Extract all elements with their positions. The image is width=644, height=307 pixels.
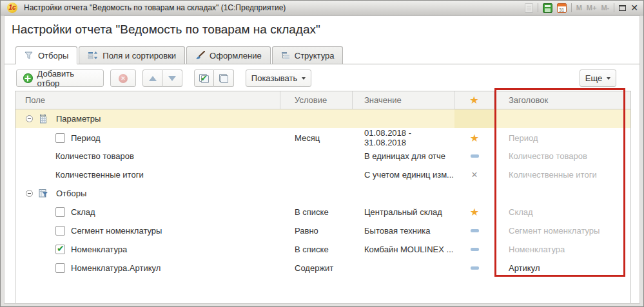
condition-value: Месяц [295, 133, 320, 143]
move-up-icon [149, 76, 157, 81]
value-text: Бытовая техника [364, 226, 430, 236]
value-text: 01.08.2018 - 31.08.2018 [364, 128, 454, 147]
tab-struktura[interactable]: Структура [272, 46, 344, 64]
page-title: Настройки отчета "Ведомость по товарам н… [12, 23, 320, 37]
maximize-button[interactable] [619, 5, 626, 11]
column-header-condition[interactable]: Условие [280, 91, 353, 109]
add-filter-label: Добавить отбор [37, 69, 97, 88]
chevron-down-icon [302, 77, 306, 80]
add-filter-button[interactable]: Добавить отбор [16, 70, 104, 87]
uncheck-all-button[interactable] [214, 70, 234, 87]
delete-icon [119, 74, 128, 83]
field-label: Период [71, 133, 101, 143]
window-title: Настройки отчета "Ведомость по товарам н… [24, 3, 525, 12]
show-dropdown-button[interactable]: Показывать [246, 70, 311, 87]
field-label: Количественные итоги [55, 170, 144, 180]
row-checkbox[interactable] [55, 263, 65, 273]
value-text: Комбайн MOULINEX ... [364, 245, 453, 254]
divider [571, 3, 572, 12]
condition-value: Содержит [295, 263, 333, 273]
brush-icon [195, 51, 205, 60]
value-text: С учетом единиц изм... [364, 170, 454, 180]
dash-icon[interactable] [471, 266, 479, 270]
titlebar: 1c Настройки отчета "Ведомость по товара… [1, 1, 643, 15]
divider [538, 3, 538, 12]
uncheck-all-icon [220, 74, 227, 83]
dash-icon[interactable] [471, 154, 479, 158]
calculator-icon[interactable] [543, 3, 552, 13]
structure-icon [281, 51, 290, 60]
memory-m-button[interactable]: M [576, 1, 582, 15]
1c-logo-icon: 1c [7, 3, 17, 13]
check-all-button[interactable]: ✔ [194, 70, 214, 87]
collapse-toggle-icon[interactable] [26, 115, 33, 122]
move-down-button[interactable] [162, 70, 182, 87]
check-all-icon: ✔ [201, 74, 207, 83]
show-label: Показывать [251, 73, 297, 83]
row-checkbox[interactable] [55, 133, 65, 143]
selection-funnel-icon [38, 189, 48, 198]
condition-value: Равно [295, 226, 318, 236]
close-button[interactable]: ✕ [630, 1, 638, 15]
chevron-down-icon [607, 77, 610, 80]
more-button[interactable]: Еще [580, 70, 616, 87]
row-checkbox[interactable] [55, 226, 65, 236]
star-icon[interactable] [470, 206, 479, 218]
tab-otbory[interactable]: Отборы [15, 46, 77, 64]
row-checkbox[interactable] [55, 207, 65, 217]
tab-polya-i-sortirovki[interactable]: Поля и сортировки [79, 46, 185, 64]
star-icon[interactable] [470, 132, 479, 144]
dash-icon[interactable] [471, 248, 479, 251]
value-text: Центральный склад [364, 207, 442, 217]
field-label: Номенклатура [71, 245, 127, 254]
divider [614, 3, 614, 12]
collapse-toggle-icon[interactable] [26, 190, 33, 197]
plus-icon [23, 73, 33, 83]
memory-mplus-button[interactable]: M+ [587, 1, 597, 15]
column-header-flag[interactable] [454, 91, 494, 109]
print-icon[interactable] [525, 3, 533, 13]
memory-mminus-button[interactable]: M- [601, 1, 609, 15]
tab-label: Оформление [210, 51, 262, 60]
column-header-value[interactable]: Значение [353, 91, 454, 109]
field-label: Сегмент номенклатуры [71, 226, 162, 236]
more-label: Еще [585, 73, 602, 83]
group-label: Отборы [56, 189, 86, 198]
cross-icon[interactable] [471, 170, 478, 180]
tab-label: Отборы [38, 51, 68, 60]
tab-oformlenie[interactable]: Оформление [186, 46, 271, 64]
tab-label: Структура [295, 51, 335, 60]
calendar-icon[interactable]: 31 [557, 3, 567, 13]
parameters-icon [38, 114, 48, 124]
row-checkbox-checked[interactable] [55, 245, 65, 254]
field-label: Склад [71, 207, 95, 217]
highlight-rectangle [494, 88, 625, 277]
field-label: Номенклатура.Артикул [71, 263, 161, 273]
tab-label: Поля и сортировки [102, 51, 176, 60]
tab-bar: Отборы Поля и сортировки Оформление Стру… [5, 46, 639, 64]
report-settings-window: 1c Настройки отчета "Ведомость по товара… [0, 0, 644, 307]
column-header-field[interactable]: Поле [15, 91, 280, 109]
value-text: В единицах для отче [364, 151, 445, 161]
fields-sort-icon [88, 51, 98, 60]
condition-value: В списке [295, 207, 329, 217]
move-down-icon [168, 76, 176, 81]
star-icon [469, 94, 478, 106]
move-up-button[interactable] [142, 70, 162, 87]
group-label: Параметры [56, 114, 101, 124]
dash-icon[interactable] [471, 229, 479, 232]
field-label: Количество товаров [55, 151, 134, 161]
filter-funnel-icon [24, 51, 34, 60]
delete-button[interactable] [110, 70, 136, 87]
condition-value: В списке [295, 245, 329, 254]
